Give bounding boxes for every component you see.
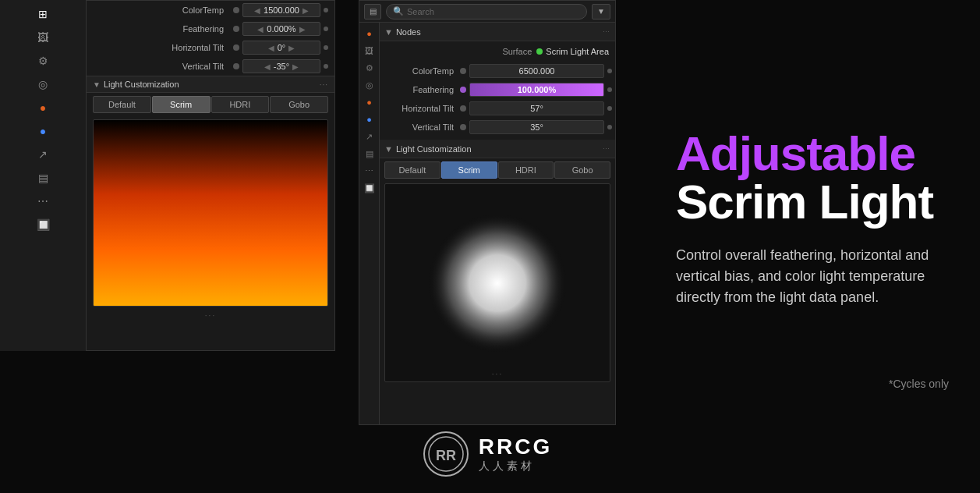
b-section-collapse[interactable]: ▼ — [384, 144, 393, 154]
b-colortemp-row: ColorTemp 6500.000 — [380, 62, 615, 80]
htilt-value: 0° — [278, 43, 286, 52]
htilt-label: Horizontal Tilt — [93, 43, 230, 52]
right-blender-panel: ▤ 🔍 Search ▼ ● 🖼 ⚙ ◎ ● ● ↗ ▤ ⋯ 🔲 ▼ Nodes… — [359, 0, 616, 425]
sidebar-icon-scene[interactable]: ⊞ — [32, 3, 54, 25]
bs-icon-world[interactable]: ● — [362, 112, 377, 127]
cycles-note: *Cycles only — [889, 378, 949, 390]
feathering-arrow-left[interactable]: ◀ — [257, 25, 264, 34]
bs-icon-scene[interactable]: ● — [362, 26, 377, 41]
colortemp-value: 1500.000 — [264, 5, 299, 15]
vtilt-dot[interactable] — [233, 63, 239, 69]
blender-topbar: ▤ 🔍 Search ▼ — [359, 1, 615, 23]
search-bar[interactable]: 🔍 Search — [386, 4, 587, 20]
sidebar-icon-physics[interactable]: 🔲 — [32, 214, 54, 236]
sidebar-icon-object[interactable]: ↗ — [32, 144, 54, 165]
b-feathering-end-dot — [607, 87, 612, 92]
bs-icon-scene2[interactable]: ● — [362, 94, 377, 110]
nodes-label: Nodes — [396, 27, 421, 37]
b-tab-scrim[interactable]: Scrim — [441, 161, 497, 179]
b-tab-gobo[interactable]: Gobo — [554, 161, 610, 179]
tab-default[interactable]: Default — [93, 96, 151, 113]
b-htilt-value[interactable]: 57° — [469, 101, 604, 115]
sidebar-icon-particles[interactable]: ⋯ — [32, 190, 54, 212]
htilt-end-dot — [324, 45, 328, 50]
vtilt-arrow-right[interactable]: ▶ — [292, 62, 299, 71]
vtilt-label: Vertical Tilt — [93, 62, 230, 71]
htilt-dot[interactable] — [233, 44, 239, 51]
htilt-arrow-left[interactable]: ◀ — [268, 44, 274, 52]
vtilt-arrow-left[interactable]: ◀ — [264, 62, 271, 71]
hero-section: Adjustable Scrim Light Control overall f… — [645, 0, 980, 437]
dropdown-icon[interactable]: ▼ — [592, 4, 610, 20]
bs-icon-output[interactable]: ⚙ — [362, 60, 377, 76]
nodes-header: ▼ Nodes ⋯ — [380, 23, 615, 41]
colortemp-input[interactable]: ◀ 1500.000 ▶ — [242, 3, 320, 17]
hero-description: Control overall feathering, horizontal a… — [676, 245, 949, 308]
feathering-end-dot — [324, 27, 328, 31]
b-tabs-row: Default Scrim HDRI Gobo — [380, 158, 615, 182]
bs-icon-modifier[interactable]: ▤ — [362, 146, 377, 161]
sidebar-icon-modifier[interactable]: ▤ — [32, 167, 54, 189]
bs-icon-object[interactable]: ↗ — [362, 129, 377, 144]
rrcg-text-container: RRCG 人人素材 — [479, 434, 552, 473]
surface-value[interactable]: Scrim Light Area — [536, 47, 609, 56]
bs-icon-physics[interactable]: 🔲 — [362, 180, 377, 196]
rrcg-english: RRCG — [479, 434, 552, 459]
tab-hdri[interactable]: HDRI — [211, 96, 270, 113]
b-vtilt-dot[interactable] — [460, 124, 466, 130]
feathering-input[interactable]: ◀ 0.000% ▶ — [242, 22, 320, 36]
b-tab-hdri[interactable]: HDRI — [498, 161, 554, 179]
vtilt-input[interactable]: ◀ -35° ▶ — [242, 59, 320, 73]
feathering-dot[interactable] — [233, 26, 239, 32]
arrow-left-icon[interactable]: ◀ — [254, 6, 260, 15]
htilt-input[interactable]: ◀ 0° ▶ — [242, 41, 320, 55]
b-colortemp-value[interactable]: 6500.000 — [469, 64, 604, 78]
b-tab-default[interactable]: Default — [384, 161, 440, 179]
sidebar-icon-render[interactable]: 🖼 — [32, 27, 54, 48]
b-feathering-dot[interactable] — [460, 87, 466, 93]
nodes-collapse-icon[interactable]: ▼ — [384, 27, 393, 37]
scrim-light-svg — [396, 186, 599, 381]
left-preview: ··· — [93, 119, 328, 307]
arrow-right-icon[interactable]: ▶ — [302, 6, 309, 15]
b-section-label: Light Customization — [396, 144, 472, 154]
search-icon: 🔍 — [393, 6, 404, 16]
sidebar-icon-world[interactable]: ● — [32, 120, 54, 142]
feathering-row: Feathering ◀ 0.000% ▶ — [87, 20, 334, 38]
sidebar-icon-view[interactable]: ◎ — [32, 73, 54, 95]
b-htilt-dot[interactable] — [460, 105, 466, 112]
preview-bottom-dots: ··· — [492, 370, 503, 378]
rrcg-chinese: 人人素材 — [479, 459, 535, 473]
feathering-arrow-right[interactable]: ▶ — [299, 25, 306, 34]
surface-label: Surface — [386, 47, 532, 56]
b-vtilt-value[interactable]: 35° — [469, 120, 604, 134]
preview-dots: ··· — [205, 311, 216, 320]
colortemp-row: ColorTemp ◀ 1500.000 ▶ — [87, 1, 334, 20]
colortemp-dot[interactable] — [233, 7, 239, 13]
rrcg-logo: RR RRCG 人人素材 — [359, 423, 616, 485]
htilt-arrow-right[interactable]: ▶ — [288, 44, 295, 52]
vtilt-row: Vertical Tilt ◀ -35° ▶ — [87, 57, 334, 76]
section-collapse-icon[interactable]: ▼ — [93, 80, 101, 89]
editor-type-icon[interactable]: ▤ — [364, 4, 381, 20]
b-light-customization-header: ▼ Light Customization ⋯ — [380, 140, 615, 158]
b-preview-area: ··· — [384, 183, 610, 382]
svg-text:RR: RR — [436, 448, 456, 463]
tab-gobo[interactable]: Gobo — [270, 96, 328, 113]
hero-title-line1: Adjustable — [676, 129, 949, 178]
b-feathering-value[interactable]: 100.000% — [469, 83, 604, 97]
tab-scrim[interactable]: Scrim — [152, 96, 211, 113]
surface-row: Surface Scrim Light Area — [380, 41, 615, 62]
bs-icon-particles[interactable]: ⋯ — [362, 163, 377, 179]
hero-title-line2: Scrim Light — [676, 178, 949, 226]
sidebar-icon-scene2[interactable]: ● — [32, 97, 54, 119]
b-colortemp-end-dot — [607, 69, 612, 73]
rrcg-circle-logo: RR — [423, 431, 469, 477]
b-feathering-row: Feathering 100.000% — [380, 80, 615, 99]
sidebar-icon-output[interactable]: ⚙ — [32, 50, 54, 72]
bs-icon-view[interactable]: ◎ — [362, 77, 377, 93]
b-colortemp-dot[interactable] — [460, 68, 466, 74]
nodes-grid-icon: ⋯ — [603, 28, 610, 36]
bs-icon-render[interactable]: 🖼 — [362, 43, 377, 59]
htilt-row: Horizontal Tilt ◀ 0° ▶ — [87, 38, 334, 57]
